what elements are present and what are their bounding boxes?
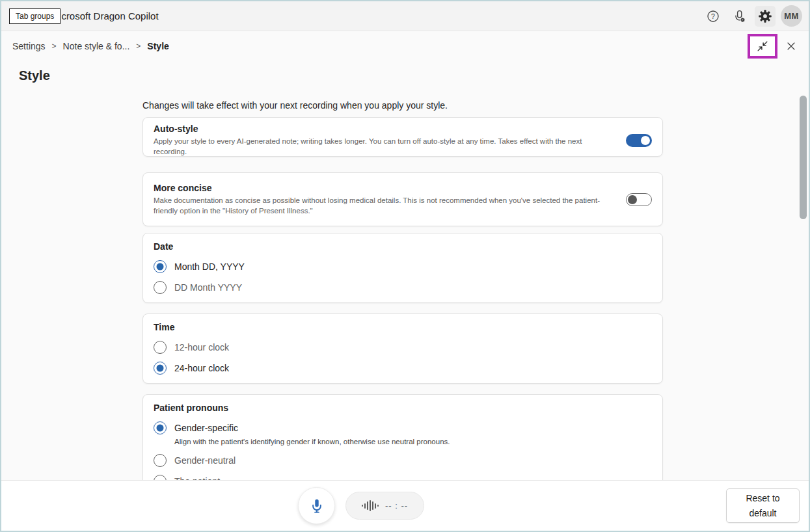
vertical-scrollbar-thumb[interactable] <box>800 96 807 219</box>
help-button[interactable]: ? <box>703 6 723 27</box>
breadcrumb-style: Style <box>147 41 169 51</box>
help-circle-icon: ? <box>706 9 720 23</box>
time-option-24-hour[interactable]: 24-hour clock <box>154 360 652 376</box>
more-concise-description: Make documentation as concise as possibl… <box>154 196 609 216</box>
more-concise-toggle[interactable] <box>626 193 652 206</box>
app-title: crosoft Dragon Copilot <box>61 10 158 21</box>
svg-text:?: ? <box>711 12 715 20</box>
more-concise-title: More concise <box>154 183 609 194</box>
radio-label: 24-hour clock <box>174 363 229 373</box>
mic-settings-button[interactable] <box>729 6 749 27</box>
radio-icon <box>154 454 167 467</box>
auto-style-text: Auto-style Apply your style to every AI-… <box>154 124 626 157</box>
radio-label: Gender-specific <box>174 423 238 433</box>
top-bar: Tab groups crosoft Dragon Copilot ? <box>1 1 809 31</box>
auto-style-description: Apply your style to every AI-generated n… <box>154 137 609 157</box>
collapse-icon <box>755 39 770 53</box>
panel-actions <box>748 34 801 59</box>
close-panel-button[interactable] <box>781 36 801 56</box>
time-card: Time 12-hour clock 24-hour clock <box>142 313 663 384</box>
radio-icon <box>154 281 167 294</box>
more-concise-card: More concise Make documentation as conci… <box>142 172 663 226</box>
patient-pronouns-title: Patient pronouns <box>154 403 652 414</box>
date-card: Date Month DD, YYYY DD Month YYYY <box>142 233 663 303</box>
gear-icon <box>757 8 773 24</box>
mic-settings-icon <box>731 8 747 24</box>
radio-label: DD Month YYYY <box>174 282 242 293</box>
radio-icon <box>154 341 167 354</box>
reset-to-default-button[interactable]: Reset to default <box>726 488 800 523</box>
toggle-knob <box>641 136 650 145</box>
radio-label: 12-hour clock <box>174 342 229 352</box>
top-bar-actions: ? <box>703 5 802 27</box>
time-title: Time <box>154 322 652 333</box>
app-window: Tab groups crosoft Dragon Copilot ? <box>0 0 810 532</box>
auto-style-toggle[interactable] <box>626 134 652 147</box>
auto-style-title: Auto-style <box>154 124 609 135</box>
recording-timer-pill[interactable]: -- : -- <box>345 492 424 520</box>
chevron-right-icon: > <box>136 42 141 51</box>
microphone-icon <box>308 498 325 514</box>
tab-groups-label: Tab groups <box>16 12 54 21</box>
date-option-month-dd-yyyy[interactable]: Month DD, YYYY <box>154 259 652 274</box>
radio-icon <box>154 421 167 434</box>
reset-button-label: Reset to default <box>738 491 787 520</box>
auto-style-card: Auto-style Apply your style to every AI-… <box>142 117 663 157</box>
settings-button[interactable] <box>755 6 776 27</box>
patient-pronouns-card: Patient pronouns Gender-specific Align w… <box>142 394 663 492</box>
toggle-knob <box>628 195 637 204</box>
collapse-panel-button[interactable] <box>748 34 777 59</box>
close-icon <box>785 40 797 52</box>
timer-value: -- : -- <box>385 501 408 511</box>
intro-text: Changes will take effect with your next … <box>142 100 448 111</box>
chevron-right-icon: > <box>52 42 57 51</box>
gender-specific-description: Align with the patient's identifying gen… <box>174 437 652 447</box>
start-recording-button[interactable] <box>298 487 335 524</box>
breadcrumb-note-style[interactable]: Note style & fo... <box>63 41 130 51</box>
radio-label: Gender-neutral <box>174 455 236 466</box>
radio-icon <box>154 260 167 273</box>
waveform-icon <box>362 500 379 511</box>
tab-groups-callout[interactable]: Tab groups <box>9 8 61 24</box>
user-avatar[interactable]: MM <box>781 5 802 27</box>
radio-label: Month DD, YYYY <box>174 261 245 272</box>
breadcrumb: Settings > Note style & fo... > Style <box>1 32 809 60</box>
page-title: Style <box>19 68 50 83</box>
more-concise-text: More concise Make documentation as conci… <box>154 183 626 216</box>
avatar-initials: MM <box>784 11 798 21</box>
date-title: Date <box>154 241 652 252</box>
pronouns-option-gender-neutral[interactable]: Gender-neutral <box>154 453 652 468</box>
pronouns-option-gender-specific[interactable]: Gender-specific <box>154 420 652 436</box>
radio-icon <box>154 362 167 375</box>
breadcrumb-settings[interactable]: Settings <box>12 41 46 51</box>
time-option-12-hour[interactable]: 12-hour clock <box>154 339 652 355</box>
date-option-dd-month-yyyy[interactable]: DD Month YYYY <box>154 280 652 295</box>
footer-bar: -- : -- Reset to default <box>1 480 809 531</box>
